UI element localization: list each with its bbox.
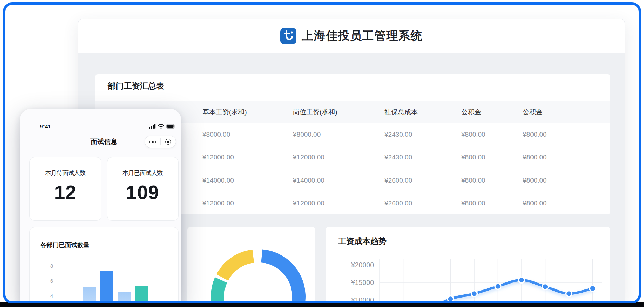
y-axis-label: 4 <box>50 293 53 299</box>
status-time: 9:41 <box>40 123 51 129</box>
table-cell: ¥14000.00 <box>293 177 324 184</box>
phone-overlay: 9:41 <box>20 109 181 303</box>
table-cell: ¥800.00 <box>523 131 547 138</box>
stat-label: 本月已面试人数 <box>122 169 163 177</box>
donut-segment-yellow-segment <box>222 256 253 278</box>
department-bar-chart: 864 <box>30 227 179 303</box>
donut-chart <box>187 227 315 303</box>
salary-table-title: 部门工资汇总表 <box>108 81 164 91</box>
table-cell: ¥2430.00 <box>384 131 412 138</box>
column-header-2: 社保总成本 <box>384 108 418 117</box>
signal-icon <box>149 124 156 129</box>
table-cell: ¥14000.00 <box>202 177 234 184</box>
table-cell: ¥800.00 <box>523 199 547 207</box>
column-header-3: 公积金 <box>461 108 481 117</box>
bar <box>100 271 113 303</box>
table-cell: ¥800.00 <box>461 199 485 207</box>
miniprogram-capsule[interactable] <box>145 136 176 148</box>
table-cell: ¥800.00 <box>523 177 547 184</box>
phone-status-bar: 9:41 <box>29 121 179 131</box>
wifi-icon <box>158 124 164 129</box>
table-cell: ¥12000.00 <box>202 154 234 161</box>
y-axis-label: ¥10000 <box>351 296 374 303</box>
table-cell: ¥800.00 <box>461 131 485 138</box>
table-cell: ¥800.00 <box>461 154 485 161</box>
data-point <box>519 277 525 283</box>
table-cell: ¥2600.00 <box>384 199 412 207</box>
trend-chart-title: 工资成本趋势 <box>338 236 387 247</box>
table-cell: ¥12000.00 <box>202 199 234 207</box>
table-cell: ¥2430.00 <box>384 154 412 161</box>
bar <box>135 286 148 303</box>
data-point <box>448 296 454 302</box>
column-header-0: 基本工资(求和) <box>202 108 247 117</box>
app-logo-icon <box>280 28 296 44</box>
table-cell: ¥2600.00 <box>384 177 412 184</box>
stage: 上海佳投员工管理系统 部门工资汇总表 基本工资(求和)岗位工资(求和)社保总成本… <box>3 2 641 303</box>
app-header: 上海佳投员工管理系统 <box>78 19 625 53</box>
table-cell: ¥12000.00 <box>293 199 324 207</box>
stat-value: 109 <box>126 181 159 204</box>
data-point <box>542 284 548 290</box>
table-cell: ¥8000.00 <box>293 131 321 138</box>
table-cell: ¥12000.00 <box>293 154 324 161</box>
bar <box>83 287 96 303</box>
screenshot-frame: 上海佳投员工管理系统 部门工资汇总表 基本工资(求和)岗位工资(求和)社保总成本… <box>3 2 641 303</box>
bar <box>153 301 166 303</box>
donut-segment-teal-segment <box>217 280 221 303</box>
y-axis-label: 8 <box>50 263 53 269</box>
capsule-target-icon[interactable] <box>161 139 176 145</box>
donut-chart-card <box>187 227 315 303</box>
app-title: 上海佳投员工管理系统 <box>302 28 423 44</box>
stat-cards: 本月待面试人数12本月已面试人数109 <box>29 157 179 221</box>
stat-card: 本月待面试人数12 <box>29 157 101 221</box>
phone-bar-chart-card: 864 各部门已面试数量 <box>29 227 179 303</box>
table-cell: ¥800.00 <box>461 177 485 184</box>
bar <box>65 301 78 303</box>
table-cell: ¥8000.00 <box>202 131 230 138</box>
more-dots-icon[interactable] <box>145 141 160 143</box>
y-axis-label: ¥15000 <box>351 279 374 286</box>
phone-nav-bar: 面试信息 <box>29 134 179 150</box>
table-cell: ¥800.00 <box>523 154 547 161</box>
y-axis-label: ¥20000 <box>351 261 374 269</box>
data-point <box>495 284 501 289</box>
stat-card: 本月已面试人数109 <box>107 157 179 221</box>
status-icons <box>149 124 176 129</box>
trend-chart-card: ¥20000¥15000¥10000 工资成本趋势 <box>326 227 610 303</box>
data-point <box>590 286 596 292</box>
stat-value: 12 <box>54 181 76 204</box>
y-axis-label: 6 <box>50 278 53 284</box>
battery-icon <box>166 124 176 129</box>
stat-label: 本月待面试人数 <box>45 169 86 177</box>
data-point <box>566 291 572 297</box>
data-point <box>471 291 477 297</box>
bar <box>118 292 131 303</box>
phone-bar-chart-title: 各部门已面试数量 <box>40 241 89 249</box>
column-header-1: 岗位工资(求和) <box>293 108 337 117</box>
donut-segment-blue-segment <box>262 256 299 303</box>
column-header-4: 公积金 <box>523 108 543 117</box>
